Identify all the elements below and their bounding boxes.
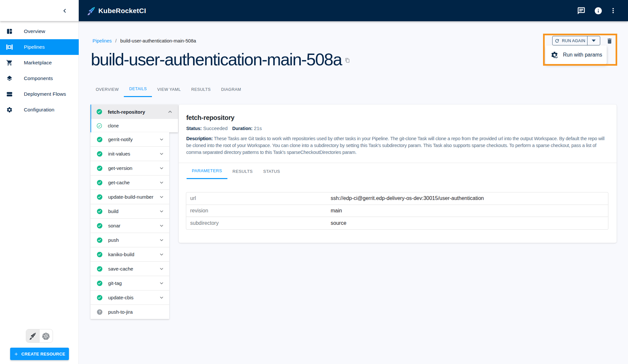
svg-text:?: ? bbox=[99, 310, 101, 314]
